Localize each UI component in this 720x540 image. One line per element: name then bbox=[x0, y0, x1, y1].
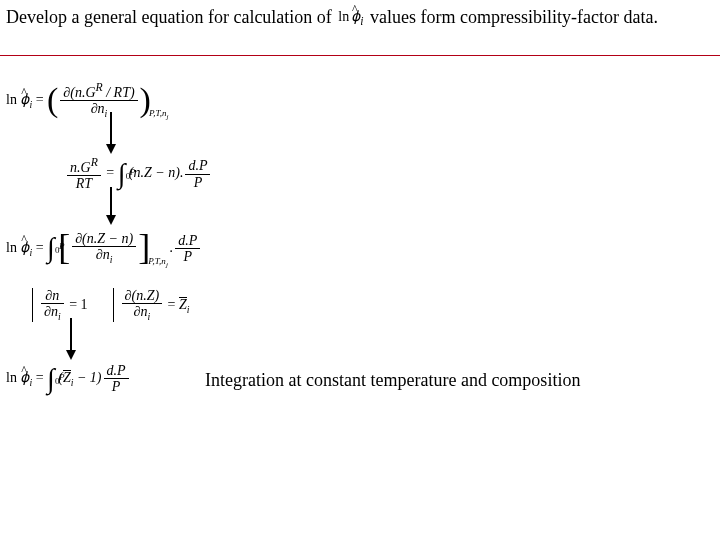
slide-root: Develop a general equation for calculati… bbox=[0, 0, 720, 540]
equation-2: n.GR RT = ∫P0 (n.Z − n). d.P P bbox=[65, 157, 212, 191]
eq3-lbracket: [ bbox=[58, 230, 70, 264]
eq3-dot: . bbox=[170, 240, 174, 255]
eq1-phi: ^ϕ bbox=[20, 91, 29, 108]
eq5-lower: 0 bbox=[55, 367, 60, 395]
eq2-dP-den: P bbox=[185, 174, 210, 190]
eq3-integral: ∫P0 bbox=[47, 234, 55, 262]
eq4b-num: ∂(n.Z) bbox=[122, 288, 163, 303]
eq2-dP-num: d.P bbox=[185, 158, 210, 173]
eq4b-frac: ∂(n.Z) ∂ni bbox=[122, 288, 163, 323]
eq3-inner-frac: ∂(n.Z − n) ∂ni bbox=[72, 231, 136, 266]
eq4b-den-sub: i bbox=[147, 311, 150, 322]
eq1-num-a: ∂(n.G bbox=[63, 85, 95, 100]
eq5-dP-den: P bbox=[104, 378, 129, 394]
eq1-fraction: ∂(n.GR / RT) ∂ni bbox=[60, 82, 137, 120]
eq1-subs-j: j bbox=[167, 113, 169, 121]
eq2-lhs-frac: n.GR RT bbox=[67, 157, 101, 191]
eq4a-eq1: = 1 bbox=[66, 297, 88, 312]
eq2-integral: ∫P0 bbox=[118, 160, 126, 188]
eq5-dP-frac: d.P P bbox=[104, 363, 129, 395]
eq2-lhs-sup: R bbox=[91, 156, 98, 169]
eq2-lhs-den: RT bbox=[67, 175, 101, 191]
eq1-den-a: ∂n bbox=[91, 101, 105, 116]
eq4-vline-mid bbox=[113, 288, 114, 322]
eq4-vline-left bbox=[32, 288, 33, 322]
horizontal-rule bbox=[0, 55, 720, 56]
problem-symbol: ln^ϕi bbox=[338, 8, 363, 29]
eq3-inner-num: ∂(n.Z − n) bbox=[72, 231, 136, 246]
eq2-lhs-num: n.G bbox=[70, 160, 91, 175]
eq2-dP-frac: d.P P bbox=[185, 158, 210, 190]
eq5-lhs-ln: ln bbox=[6, 370, 20, 385]
problem-text-b: values form compressibility-factor data. bbox=[370, 7, 658, 27]
eq2-equals: = bbox=[103, 165, 118, 180]
eq2-integrand: (n.Z − n). bbox=[129, 165, 184, 180]
eq3-dP-num: d.P bbox=[175, 233, 200, 248]
eq3-subs-j: j bbox=[166, 261, 168, 269]
eq5-phi: ^ϕ bbox=[20, 369, 29, 386]
eq1-lparen: ( bbox=[47, 83, 58, 117]
eq3-inner-den-sub: i bbox=[110, 254, 113, 265]
eq1-equals: = bbox=[32, 92, 47, 107]
eq5-integral: ∫P0 bbox=[47, 365, 55, 393]
equation-3: ln ^ϕi = ∫P0 [ ∂(n.Z − n) ∂ni ]P,T,nj. d… bbox=[6, 231, 202, 266]
eq3-subscripts: P,T,nj bbox=[148, 256, 168, 266]
eq2-upper: P bbox=[130, 158, 136, 186]
eq3-lhs-ln: ln bbox=[6, 240, 20, 255]
eq1-num-sup: R bbox=[96, 81, 103, 94]
eq3-inner-den-a: ∂n bbox=[96, 247, 110, 262]
eq4-z: Z bbox=[179, 297, 187, 312]
eq4a-num: ∂n bbox=[41, 288, 64, 303]
eq3-phi: ^ϕ bbox=[20, 239, 29, 256]
equation-4: ∂n ∂ni = 1 ∂(n.Z) ∂ni = Zi bbox=[32, 288, 190, 323]
eq1-subscripts: P,T,nj bbox=[149, 108, 169, 118]
eq5-zbar: Z bbox=[63, 369, 71, 386]
eq5-minus1: − 1) bbox=[73, 370, 101, 385]
equation-5: ln ^ϕi = ∫P0 (Zi − 1) d.P P bbox=[6, 363, 131, 395]
eq4-z-sub: i bbox=[187, 304, 190, 315]
integration-note: Integration at constant temperature and … bbox=[205, 370, 580, 391]
eq3-equals: = bbox=[32, 240, 47, 255]
eq4a-den-a: ∂n bbox=[44, 304, 58, 319]
eq5-z: Z bbox=[63, 370, 71, 385]
eq1-num-b: / RT) bbox=[103, 85, 135, 100]
eq4a-frac: ∂n ∂ni bbox=[41, 288, 64, 323]
eq1-subs-a: P,T,n bbox=[149, 108, 167, 118]
eq4a-den-sub: i bbox=[58, 311, 61, 322]
equation-1: ln ^ϕi = ( ∂(n.GR / RT) ∂ni )P,T,nj bbox=[6, 82, 171, 120]
eq3-dP-frac: d.P P bbox=[175, 233, 200, 265]
phi-sub: i bbox=[360, 15, 363, 28]
eq4-zbar: Z bbox=[179, 296, 187, 313]
problem-text-a: Develop a general equation for calculati… bbox=[6, 7, 332, 27]
eq1-lhs-ln: ln bbox=[6, 92, 20, 107]
ln-text: ln bbox=[338, 9, 349, 24]
eq5-equals: = bbox=[32, 370, 47, 385]
eq3-dP-den: P bbox=[175, 248, 200, 264]
eq4b-eq: = bbox=[164, 297, 179, 312]
eq2-lower: 0 bbox=[126, 162, 131, 190]
problem-statement: Develop a general equation for calculati… bbox=[6, 6, 714, 30]
eq5-dP-num: d.P bbox=[104, 363, 129, 378]
eq4b-den-a: ∂n bbox=[134, 304, 148, 319]
eq1-den-sub: i bbox=[105, 108, 108, 119]
eq3-subs-a: P,T,n bbox=[148, 256, 166, 266]
